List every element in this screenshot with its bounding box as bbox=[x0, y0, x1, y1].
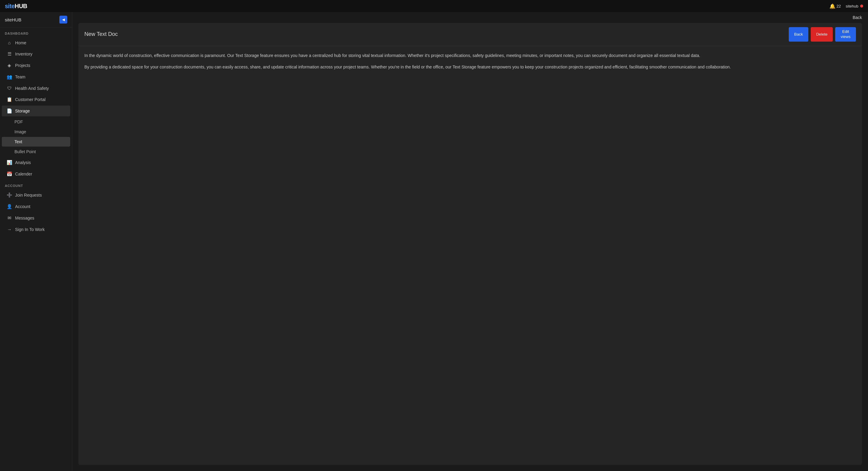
app-logo: siteHUB bbox=[5, 3, 27, 10]
sidebar-item-storage[interactable]: 📄 Storage bbox=[2, 106, 70, 116]
health-safety-icon: 🛡 bbox=[7, 86, 12, 91]
sidebar-item-team-label: Team bbox=[15, 75, 25, 79]
doc-paragraph-2: By providing a dedicated space for your … bbox=[84, 64, 856, 71]
sidebar-item-inventory-label: Inventory bbox=[15, 52, 33, 56]
home-icon: ⌂ bbox=[7, 40, 12, 45]
sidebar-item-home[interactable]: ⌂ Home bbox=[2, 37, 70, 48]
messages-icon: ✉ bbox=[7, 215, 12, 221]
calender-icon: 📅 bbox=[7, 171, 12, 177]
user-badge[interactable]: sitehub bbox=[846, 4, 863, 8]
back-button[interactable]: Back bbox=[789, 27, 808, 41]
doc-paragraph-1: In the dynamic world of construction, ef… bbox=[84, 52, 856, 59]
doc-content: In the dynamic world of construction, ef… bbox=[79, 46, 862, 465]
username-label: sitehub bbox=[846, 4, 858, 8]
doc-header: New Text Doc Back Delete Editviews bbox=[79, 23, 862, 46]
dashboard-section-label: DASHBOARD bbox=[0, 27, 72, 37]
sidebar-item-projects-label: Projects bbox=[15, 63, 30, 68]
account-section-label: ACCOUNT bbox=[0, 180, 72, 189]
storage-sub-items: PDF Image Text Bullet Point bbox=[0, 117, 72, 157]
sub-item-pdf-label: PDF bbox=[14, 119, 23, 124]
logo-prefix: site bbox=[5, 3, 14, 9]
sub-item-image[interactable]: Image bbox=[2, 127, 70, 137]
sub-item-image-label: Image bbox=[14, 129, 26, 134]
sidebar-item-sign-in-to-work[interactable]: → Sign In To Work bbox=[2, 224, 70, 235]
sidebar-item-team[interactable]: 👥 Team bbox=[2, 71, 70, 82]
user-status-dot bbox=[860, 4, 863, 7]
sidebar-item-health-safety-label: Health And Safety bbox=[15, 86, 49, 91]
projects-icon: ◈ bbox=[7, 63, 12, 68]
sign-in-icon: → bbox=[7, 227, 12, 232]
sub-item-pdf[interactable]: PDF bbox=[2, 117, 70, 127]
sidebar-item-messages[interactable]: ✉ Messages bbox=[2, 213, 70, 224]
delete-button[interactable]: Delete bbox=[811, 27, 833, 41]
sidebar-header: siteHUB ◀ bbox=[0, 12, 72, 27]
storage-icon: 📄 bbox=[7, 108, 12, 114]
sidebar: siteHUB ◀ DASHBOARD ⌂ Home ☰ Inventory ◈… bbox=[0, 12, 72, 471]
sidebar-item-projects[interactable]: ◈ Projects bbox=[2, 60, 70, 71]
join-requests-icon: ➕ bbox=[7, 193, 12, 198]
sidebar-item-health-safety[interactable]: 🛡 Health And Safety bbox=[2, 83, 70, 93]
sidebar-item-inventory[interactable]: ☰ Inventory bbox=[2, 49, 70, 59]
main-layout: siteHUB ◀ DASHBOARD ⌂ Home ☰ Inventory ◈… bbox=[0, 12, 868, 471]
analysis-icon: 📊 bbox=[7, 160, 12, 165]
sidebar-item-calender-label: Calender bbox=[15, 172, 32, 176]
content-topbar: Back bbox=[72, 12, 868, 23]
customer-portal-icon: 📋 bbox=[7, 97, 12, 102]
team-icon: 👥 bbox=[7, 74, 12, 80]
sidebar-item-sign-in-label: Sign In To Work bbox=[15, 227, 44, 232]
sidebar-title: siteHUB bbox=[5, 17, 22, 22]
sidebar-item-analysis-label: Analysis bbox=[15, 160, 31, 165]
sidebar-toggle-button[interactable]: ◀ bbox=[59, 16, 67, 24]
sidebar-item-home-label: Home bbox=[15, 40, 26, 45]
sidebar-item-messages-label: Messages bbox=[15, 215, 34, 220]
account-icon: 👤 bbox=[7, 204, 12, 209]
sidebar-item-customer-portal-label: Customer Portal bbox=[15, 97, 45, 102]
bell-icon: 🔔 bbox=[830, 3, 835, 9]
notification-count: 22 bbox=[837, 4, 841, 8]
sub-item-bullet-point-label: Bullet Point bbox=[14, 149, 36, 154]
sidebar-item-customer-portal[interactable]: 📋 Customer Portal bbox=[2, 94, 70, 105]
inventory-icon: ☰ bbox=[7, 51, 12, 57]
sidebar-item-account-label: Account bbox=[15, 204, 30, 209]
sub-item-bullet-point[interactable]: Bullet Point bbox=[2, 147, 70, 156]
top-back-link[interactable]: Back bbox=[852, 15, 862, 20]
logo-suffix: HUB bbox=[14, 3, 27, 9]
sidebar-item-analysis[interactable]: 📊 Analysis bbox=[2, 157, 70, 168]
edit-views-button[interactable]: Editviews bbox=[835, 27, 856, 41]
sub-item-text-label: Text bbox=[14, 139, 22, 144]
doc-container: New Text Doc Back Delete Editviews In th… bbox=[79, 23, 862, 465]
notifications[interactable]: 🔔 22 bbox=[830, 3, 841, 9]
sidebar-item-join-requests-label: Join Requests bbox=[15, 193, 42, 198]
sidebar-item-join-requests[interactable]: ➕ Join Requests bbox=[2, 190, 70, 201]
sidebar-item-account[interactable]: 👤 Account bbox=[2, 201, 70, 212]
sidebar-item-storage-label: Storage bbox=[15, 109, 30, 113]
sub-item-text[interactable]: Text bbox=[2, 137, 70, 147]
sidebar-item-calender[interactable]: 📅 Calender bbox=[2, 169, 70, 179]
doc-title: New Text Doc bbox=[84, 31, 118, 37]
doc-actions: Back Delete Editviews bbox=[789, 27, 856, 41]
topbar: siteHUB 🔔 22 sitehub bbox=[0, 0, 868, 12]
topbar-right: 🔔 22 sitehub bbox=[830, 3, 863, 9]
content-area: Back New Text Doc Back Delete Editviews … bbox=[72, 12, 868, 471]
